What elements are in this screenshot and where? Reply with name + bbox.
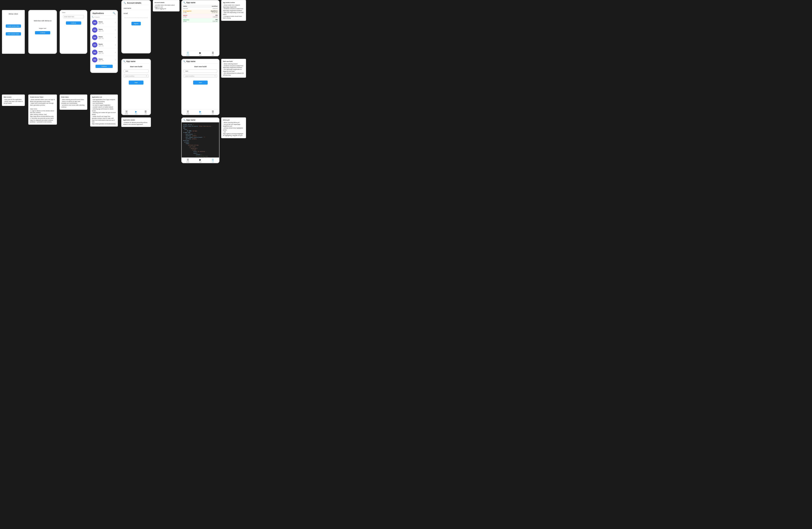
tab-builds[interactable]: ☵ builds	[182, 52, 194, 56]
screen-bitrise-client: Bitrise client Create access token Enter…	[2, 10, 25, 54]
tab-app-detail-start[interactable]: ▶ start	[131, 111, 141, 114]
build-start-3: 16:40	[183, 20, 187, 22]
app-detail-workflow-select[interactable]: select workflow ▾	[124, 74, 149, 78]
tab-start-start[interactable]: ▶ start	[194, 111, 206, 114]
app-name-4: Name	[99, 43, 115, 45]
chevron-right-3: >	[115, 36, 116, 39]
note-app-builds-content: - shows builds from endpoint /apps/{app-…	[223, 4, 244, 19]
note-app-list: Application List - read applications fro…	[90, 94, 118, 127]
app-type-2: type, etc.	[99, 30, 115, 31]
tab-yml-yml[interactable]: ☰ yml	[207, 159, 219, 162]
applications-title: Applications	[92, 12, 104, 14]
app-avatar-6: MM	[92, 57, 98, 62]
yml-app-title: App name	[186, 119, 218, 121]
create-access-token-button[interactable]: Create access token	[6, 25, 21, 28]
app-list-item-2[interactable]: MM Name type, etc. >	[90, 26, 117, 34]
tab-app-detail-builds[interactable]: ☵ builds	[122, 111, 131, 114]
search-bar-icon: 🔍	[92, 16, 93, 18]
yml-yml-tab-icon: ☰	[212, 159, 214, 161]
app-list-item-4[interactable]: MM Name type, etc. >	[90, 41, 117, 49]
note-enter-token-title: Enter token	[61, 96, 86, 98]
build-time-3: 7:41 min	[213, 20, 218, 22]
app-avatar-4: MM	[92, 42, 98, 47]
token-input[interactable]	[63, 15, 84, 18]
workflow-select[interactable]: select workflow ▾	[184, 74, 217, 78]
note-application-details-content: - container for tabview presenting actio…	[123, 122, 149, 126]
app-list-item-6[interactable]: MM Name type, etc. >	[90, 56, 117, 63]
app-detail-workflow-placeholder: select workflow	[125, 75, 134, 77]
webview-continue-button[interactable]: Continue	[35, 31, 50, 34]
note-account-details-title: Account details	[155, 2, 178, 4]
start-start-tab-icon: ▶	[200, 111, 201, 113]
note-bitrise-yml: bitrise.yml - allows checking bitrise.ym…	[221, 117, 246, 138]
screen-app-builds: 🔍 App name status workflow start time bu…	[181, 0, 219, 56]
webview-helper: helper text	[29, 22, 57, 29]
enter-access-token-button[interactable]: Enter access token	[6, 32, 21, 35]
app-type-6: type, etc.	[99, 60, 115, 61]
tab-start-yml[interactable]: ☰ yml	[207, 111, 219, 114]
logout-button[interactable]: logout	[131, 22, 141, 25]
app-type-3: type, etc.	[99, 38, 115, 39]
username-field: username	[122, 5, 150, 10]
build-row-2[interactable]: failed PR 17:01 2:31min	[182, 14, 219, 18]
build-row-1[interactable]: in progress AppStore 17:55 12:30 min	[182, 10, 219, 14]
yml-tab-icon: ☰	[212, 52, 214, 54]
app-name-3: Name	[99, 36, 115, 38]
note-create-token-title: Create Access Token	[30, 96, 55, 98]
app-list-item-5[interactable]: MM Name type, etc. >	[90, 49, 117, 56]
build-status-3: success	[183, 19, 189, 20]
chevron-right-6: >	[115, 59, 116, 61]
start-tab-label: start	[199, 55, 202, 56]
app-detail-builds-tab-label: builds	[125, 113, 128, 114]
builds-tab-icon: ☵	[187, 52, 189, 54]
app-detail-builds-tab-icon: ☵	[126, 111, 128, 113]
canvas: Bitrise client Create access token Enter…	[0, 0, 271, 176]
build-start-1: 17:55	[183, 12, 187, 13]
screen-enter-token: Token Continue	[60, 10, 87, 54]
app-detail-branch-input[interactable]	[124, 70, 149, 73]
tab-bar-start: ☵ builds ▶ start ☰ yml	[182, 109, 219, 115]
note-bitrise-yml-content: - allows checking bitrise.yml - use yml …	[223, 122, 244, 136]
app-type-5: type, etc.	[99, 53, 115, 54]
screen-webview: WebView with Bitrise.io helper text Cont…	[28, 10, 57, 54]
tab-yml[interactable]: ☰ yml	[207, 52, 219, 56]
search-icon[interactable]: 🔍	[113, 12, 116, 15]
tab-start[interactable]: ▶ start	[194, 52, 206, 56]
note-start-build-content: - allows selecting branch - workflows sh…	[223, 63, 244, 76]
build-workflow-1: AppStore	[211, 10, 218, 12]
applications-continue-button[interactable]: Continue	[96, 65, 113, 68]
token-continue-button[interactable]: Continue	[66, 21, 81, 25]
app-avatar-1: MM	[92, 20, 98, 25]
start-yml-tab-label: yml	[212, 113, 214, 114]
app-detail-yml-tab-icon: ☰	[145, 111, 147, 113]
note-enter-token-content: - allow entering personal access token -…	[61, 99, 86, 108]
app-search-bar[interactable]: 🔍 0 Search	[90, 15, 117, 19]
app-list-item-1[interactable]: MM Name type, etc. >	[90, 19, 117, 26]
start-build-search-icon: 🔍	[183, 60, 186, 62]
chevron-right-5: >	[115, 52, 116, 54]
branch-input[interactable]	[184, 70, 217, 73]
tab-app-detail-yml[interactable]: ☰ yml	[141, 111, 150, 114]
tab-start-builds[interactable]: ☵ builds	[182, 111, 194, 114]
builds-search-icon: 🔍	[183, 1, 186, 4]
yml-start-tab-label: start	[199, 161, 202, 162]
workflow-header: workflow	[212, 5, 218, 7]
build-row-3[interactable]: success PR 16:40 7:41 min	[182, 18, 219, 23]
note-main-screen-title: Main screen	[4, 96, 23, 98]
tab-yml-start[interactable]: ▶ start	[194, 159, 206, 162]
yml-content: format_version: 1 default_step_lib_sourc…	[182, 122, 219, 158]
start-build-app-title: App name	[186, 60, 218, 62]
start-build-button[interactable]: Start	[193, 80, 208, 85]
token-field-label: Token	[60, 10, 87, 14]
note-create-token: Create Access Token - shows webview wher…	[28, 94, 57, 125]
app-name-6: Name	[99, 58, 115, 60]
note-start-new-build: Start new build - allows selecting branc…	[221, 59, 246, 78]
app-detail-start-button[interactable]: Start	[129, 80, 143, 85]
webview-title: WebView with Bitrise.io	[29, 10, 57, 22]
email-field: email	[122, 10, 150, 17]
workflow-select-chevron: ▾	[215, 75, 216, 77]
app-detail-workflow-chevron: ▾	[146, 75, 147, 77]
app-list-item-3[interactable]: MM Name type, etc. >	[90, 34, 117, 41]
note-application-details-title: Application details	[123, 119, 149, 121]
tab-yml-builds[interactable]: ☵ builds	[182, 159, 194, 162]
